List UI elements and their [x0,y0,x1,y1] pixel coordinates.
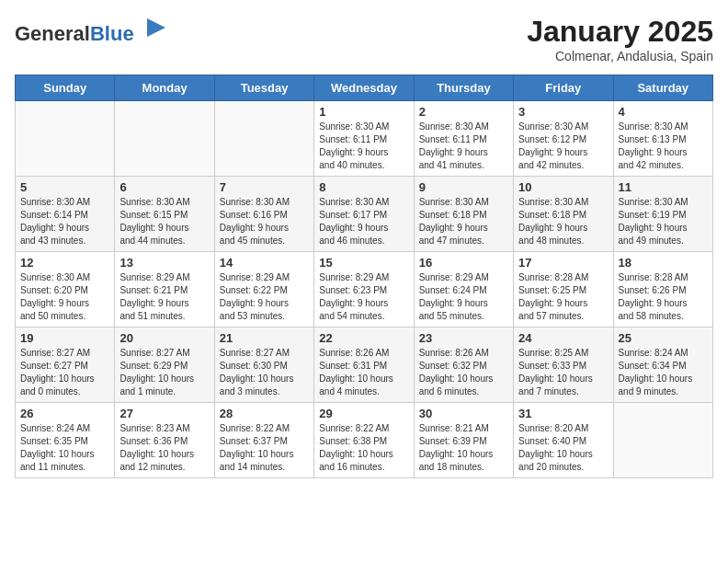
day-number: 5 [20,180,109,194]
calendar-table: SundayMondayTuesdayWednesdayThursdayFrid… [15,75,713,478]
day-number: 12 [20,256,109,270]
day-number: 11 [619,180,708,194]
calendar-day-cell: 6Sunrise: 8:30 AM Sunset: 6:15 PM Daylig… [115,177,214,252]
day-info: Sunrise: 8:30 AM Sunset: 6:15 PM Dayligh… [119,196,209,247]
day-info: Sunrise: 8:30 AM Sunset: 6:11 PM Dayligh… [419,121,508,172]
calendar-day-cell: 27Sunrise: 8:23 AM Sunset: 6:36 PM Dayli… [115,403,214,478]
location: Colmenar, Andalusia, Spain [527,49,713,63]
day-info: Sunrise: 8:22 AM Sunset: 6:37 PM Dayligh… [220,422,309,474]
day-info: Sunrise: 8:29 AM Sunset: 6:23 PM Dayligh… [319,271,408,323]
calendar-day-cell: 30Sunrise: 8:21 AM Sunset: 6:39 PM Dayli… [414,403,513,478]
day-number: 4 [619,105,708,119]
day-info: Sunrise: 8:30 AM Sunset: 6:14 PM Dayligh… [20,196,109,247]
calendar-week-row: 1Sunrise: 8:30 AM Sunset: 6:11 PM Daylig… [16,101,713,177]
calendar-day-cell: 26Sunrise: 8:24 AM Sunset: 6:35 PM Dayli… [16,403,115,478]
day-info: Sunrise: 8:29 AM Sunset: 6:24 PM Dayligh… [419,271,508,323]
day-info: Sunrise: 8:30 AM Sunset: 6:20 PM Dayligh… [20,271,109,323]
day-number: 2 [419,105,508,119]
day-number: 25 [619,331,708,345]
calendar-day-cell: 14Sunrise: 8:29 AM Sunset: 6:22 PM Dayli… [214,252,313,327]
day-number: 23 [419,331,508,345]
day-number: 8 [319,180,408,194]
day-number: 9 [419,180,508,194]
day-number: 22 [319,331,408,345]
day-number: 21 [220,331,309,345]
calendar-day-cell: 12Sunrise: 8:30 AM Sunset: 6:20 PM Dayli… [16,252,115,327]
calendar-day-cell: 7Sunrise: 8:30 AM Sunset: 6:16 PM Daylig… [214,177,313,252]
month-title: January 2025 [527,15,713,49]
calendar-day-cell: 2Sunrise: 8:30 AM Sunset: 6:11 PM Daylig… [414,101,513,177]
day-number: 1 [319,105,408,119]
logo-blue: Blue [90,22,134,45]
calendar-week-row: 5Sunrise: 8:30 AM Sunset: 6:14 PM Daylig… [16,177,713,252]
calendar-week-row: 26Sunrise: 8:24 AM Sunset: 6:35 PM Dayli… [16,403,713,478]
page-header: GeneralBlue January 2025 Colmenar, Andal… [15,15,713,63]
day-info: Sunrise: 8:27 AM Sunset: 6:29 PM Dayligh… [119,347,209,398]
day-info: Sunrise: 8:23 AM Sunset: 6:36 PM Dayligh… [119,422,209,474]
calendar-day-cell [613,403,712,478]
calendar-day-cell: 8Sunrise: 8:30 AM Sunset: 6:17 PM Daylig… [314,177,414,252]
day-info: Sunrise: 8:30 AM Sunset: 6:16 PM Dayligh… [220,196,309,247]
calendar-day-cell: 4Sunrise: 8:30 AM Sunset: 6:13 PM Daylig… [613,101,712,177]
calendar-day-cell: 31Sunrise: 8:20 AM Sunset: 6:40 PM Dayli… [514,403,613,478]
calendar-day-cell: 16Sunrise: 8:29 AM Sunset: 6:24 PM Dayli… [414,252,513,327]
day-info: Sunrise: 8:30 AM Sunset: 6:18 PM Dayligh… [419,196,508,247]
day-info: Sunrise: 8:27 AM Sunset: 6:27 PM Dayligh… [20,347,109,398]
calendar-day-cell: 10Sunrise: 8:30 AM Sunset: 6:18 PM Dayli… [514,177,613,252]
day-number: 18 [619,256,708,270]
day-number: 17 [518,256,608,270]
title-block: January 2025 Colmenar, Andalusia, Spain [527,15,713,63]
day-number: 26 [20,407,109,420]
day-info: Sunrise: 8:29 AM Sunset: 6:22 PM Dayligh… [220,271,309,323]
calendar-day-cell: 22Sunrise: 8:26 AM Sunset: 6:31 PM Dayli… [314,327,414,403]
calendar-week-row: 19Sunrise: 8:27 AM Sunset: 6:27 PM Dayli… [16,327,713,403]
day-number: 15 [319,256,408,270]
calendar-day-cell [16,101,115,177]
day-number: 29 [319,407,408,420]
day-of-week-header: Thursday [414,75,513,101]
calendar-day-cell: 20Sunrise: 8:27 AM Sunset: 6:29 PM Dayli… [115,327,214,403]
svg-marker-0 [147,18,165,37]
day-info: Sunrise: 8:21 AM Sunset: 6:39 PM Dayligh… [419,422,508,474]
calendar-day-cell: 1Sunrise: 8:30 AM Sunset: 6:11 PM Daylig… [314,101,414,177]
logo-icon [143,15,169,40]
day-number: 10 [518,180,608,194]
day-info: Sunrise: 8:25 AM Sunset: 6:33 PM Dayligh… [518,347,608,398]
calendar-header-row: SundayMondayTuesdayWednesdayThursdayFrid… [16,75,713,101]
calendar-week-row: 12Sunrise: 8:30 AM Sunset: 6:20 PM Dayli… [16,252,713,327]
day-info: Sunrise: 8:30 AM Sunset: 6:18 PM Dayligh… [518,196,608,247]
day-info: Sunrise: 8:28 AM Sunset: 6:25 PM Dayligh… [518,271,608,323]
logo-general: General [15,22,90,45]
logo: GeneralBlue [15,15,169,45]
day-number: 3 [518,105,608,119]
day-of-week-header: Monday [115,75,214,101]
day-info: Sunrise: 8:30 AM Sunset: 6:19 PM Dayligh… [619,196,708,247]
day-info: Sunrise: 8:24 AM Sunset: 6:35 PM Dayligh… [20,422,109,474]
day-number: 7 [220,180,309,194]
day-info: Sunrise: 8:28 AM Sunset: 6:26 PM Dayligh… [619,271,708,323]
calendar-day-cell: 3Sunrise: 8:30 AM Sunset: 6:12 PM Daylig… [514,101,613,177]
calendar-day-cell: 15Sunrise: 8:29 AM Sunset: 6:23 PM Dayli… [314,252,414,327]
day-number: 14 [220,256,309,270]
day-number: 28 [220,407,309,420]
calendar-day-cell: 17Sunrise: 8:28 AM Sunset: 6:25 PM Dayli… [514,252,613,327]
day-number: 27 [119,407,209,420]
calendar-day-cell: 25Sunrise: 8:24 AM Sunset: 6:34 PM Dayli… [613,327,712,403]
day-number: 16 [419,256,508,270]
calendar-day-cell: 28Sunrise: 8:22 AM Sunset: 6:37 PM Dayli… [214,403,313,478]
day-number: 13 [119,256,209,270]
day-info: Sunrise: 8:26 AM Sunset: 6:31 PM Dayligh… [319,347,408,398]
day-of-week-header: Tuesday [214,75,313,101]
day-number: 30 [419,407,508,420]
day-info: Sunrise: 8:30 AM Sunset: 6:11 PM Dayligh… [319,121,408,172]
day-info: Sunrise: 8:27 AM Sunset: 6:30 PM Dayligh… [220,347,309,398]
calendar-day-cell: 24Sunrise: 8:25 AM Sunset: 6:33 PM Dayli… [514,327,613,403]
calendar-day-cell: 21Sunrise: 8:27 AM Sunset: 6:30 PM Dayli… [214,327,313,403]
calendar-day-cell: 29Sunrise: 8:22 AM Sunset: 6:38 PM Dayli… [314,403,414,478]
calendar-day-cell: 23Sunrise: 8:26 AM Sunset: 6:32 PM Dayli… [414,327,513,403]
day-number: 6 [119,180,209,194]
day-of-week-header: Wednesday [314,75,414,101]
calendar-day-cell: 5Sunrise: 8:30 AM Sunset: 6:14 PM Daylig… [16,177,115,252]
day-info: Sunrise: 8:20 AM Sunset: 6:40 PM Dayligh… [518,422,608,474]
day-number: 24 [518,331,608,345]
